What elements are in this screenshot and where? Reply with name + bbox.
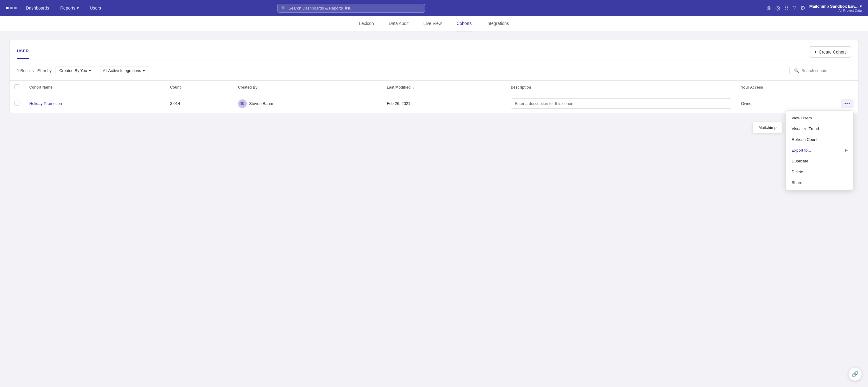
nav-users[interactable]: Users (88, 4, 103, 12)
help-icon[interactable]: ? (793, 5, 796, 11)
menu-duplicate[interactable]: Duplicate (786, 156, 853, 167)
cohort-count-cell: 3,014 (165, 94, 233, 113)
chevron-down-icon-user: ▾ (860, 4, 862, 9)
activity-icon[interactable]: ⊛ (766, 5, 771, 11)
created-by-filter[interactable]: Created By You ▾ (55, 66, 95, 75)
search-icon: 🔍 (281, 6, 286, 10)
nav-dot-1 (6, 7, 9, 9)
nav-reports[interactable]: Reports ▾ (59, 4, 81, 12)
row-actions-button[interactable]: ••• (841, 99, 854, 108)
integrations-filter[interactable]: All Active Integrations ▾ (99, 66, 149, 75)
link-icon-button[interactable]: 🔗 (848, 367, 862, 381)
nav-dots (6, 7, 17, 9)
access-label: Owner (741, 101, 753, 106)
plus-icon: + (814, 49, 817, 55)
row-checkbox-cell (9, 94, 24, 113)
tab-integrations[interactable]: Integrations (485, 16, 510, 31)
avatar: SB (238, 99, 247, 108)
menu-export-to[interactable]: Export to... ▶ (786, 145, 853, 156)
col-created-by: Created By (233, 81, 382, 94)
created-by-name: Steven Baum (249, 101, 273, 106)
filter-row: 1 Results Filter by Created By You ▾ All… (9, 61, 859, 81)
sort-icon: ↕ (413, 86, 414, 89)
user-tab[interactable]: USER (17, 48, 29, 59)
description-input[interactable] (511, 99, 731, 109)
results-count: 1 Results (17, 68, 34, 73)
col-cohort-name: Cohort Name (24, 81, 165, 94)
tab-lexicon[interactable]: Lexicon (358, 16, 375, 31)
menu-refresh-count[interactable]: Refresh Count (786, 134, 853, 145)
col-count: Count (165, 81, 233, 94)
tab-data-audit[interactable]: Data Audit (388, 16, 410, 31)
grid-icon[interactable]: ⠿ (784, 5, 788, 11)
top-nav: Dashboards Reports ▾ Users 🔍 Search Dash… (0, 0, 868, 16)
cohorts-card: USER + Create Cohort 1 Results Filter by… (9, 40, 859, 113)
cohorts-table: Cohort Name Count Created By Last Modifi… (9, 81, 859, 113)
col-description: Description (506, 81, 736, 94)
cohort-created-by-cell: SB Steven Baum (233, 94, 382, 113)
row-actions-container: ••• Mailchimp View Users Visualize Trend (841, 99, 854, 108)
search-cohorts-icon: 🔍 (794, 68, 799, 73)
card-header: USER + Create Cohort (9, 40, 859, 61)
row-checkbox[interactable] (14, 101, 20, 106)
nav-dot-3 (14, 7, 17, 9)
access-content: Owner ••• Mailchimp View Users (741, 99, 854, 108)
description-cell (506, 94, 736, 113)
user-info[interactable]: Mailchimp Sandbox Env... ▾ All Project D… (809, 4, 862, 12)
last-modified-cell: Feb 26, 2021 (382, 94, 506, 113)
col-your-access: Your Access (736, 81, 859, 94)
nav-dot-2 (10, 7, 12, 9)
user-sub: All Project Data (809, 9, 862, 12)
cohort-name-link[interactable]: Holiday Promotion (29, 101, 62, 106)
nav-icons: ⊛ ◎ ⠿ ? ⚙ Mailchimp Sandbox Env... ▾ All… (766, 4, 862, 12)
main-content: USER + Create Cohort 1 Results Filter by… (0, 31, 868, 122)
settings-icon[interactable]: ⚙ (800, 5, 805, 11)
tab-cohorts[interactable]: Cohorts (455, 16, 473, 31)
access-cell: Owner ••• Mailchimp View Users (736, 94, 859, 113)
link-icon: 🔗 (852, 371, 859, 378)
created-by-content: SB Steven Baum (238, 99, 377, 108)
filter-label: Filter by (37, 68, 52, 73)
sub-nav: Lexicon Data Audit Live View Cohorts Int… (0, 16, 868, 31)
select-all-checkbox[interactable] (14, 84, 20, 89)
cohort-name-cell: Holiday Promotion (24, 94, 165, 113)
menu-visualize-trend[interactable]: Visualize Trend (786, 124, 853, 134)
target-icon[interactable]: ◎ (775, 5, 780, 11)
chevron-down-icon-integration: ▾ (143, 68, 145, 73)
user-name: Mailchimp Sandbox Env... ▾ (809, 4, 862, 9)
menu-delete[interactable]: Delete (786, 167, 853, 177)
col-last-modified: Last Modified ↕ (382, 81, 506, 94)
global-search[interactable]: 🔍 Search Dashboards & Reports ⌘K (277, 4, 425, 12)
select-all-header (9, 81, 24, 94)
create-cohort-button[interactable]: + Create Cohort (809, 46, 851, 58)
chevron-down-icon-filter: ▾ (89, 68, 91, 73)
search-cohorts[interactable]: 🔍 Search cohorts (789, 66, 851, 75)
submenu-arrow-icon: ▶ (845, 148, 848, 152)
menu-view-users[interactable]: View Users (786, 113, 853, 124)
tab-live-view[interactable]: Live View (422, 16, 443, 31)
menu-share[interactable]: Share (786, 177, 853, 188)
mailchimp-badge: Mailchimp (752, 122, 782, 133)
context-menu: Mailchimp View Users Visualize Trend Ref… (786, 110, 854, 190)
nav-dashboards[interactable]: Dashboards (24, 4, 51, 12)
table-row: Holiday Promotion 3,014 SB Steven Baum F… (9, 94, 859, 113)
chevron-down-icon: ▾ (77, 5, 79, 10)
